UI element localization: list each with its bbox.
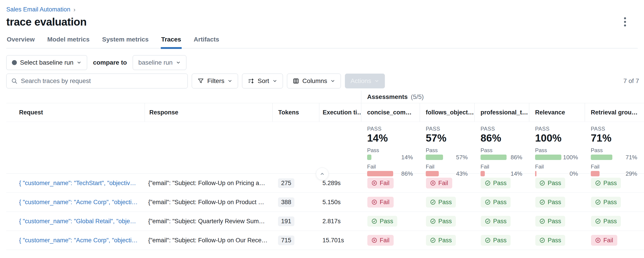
summary-headline-label: PASS <box>591 126 637 132</box>
assessment-badge[interactable]: Pass <box>426 197 456 208</box>
baseline-run-dropdown[interactable]: baseline run <box>133 55 186 70</box>
response-text: {"email": "Subject: Follow-Up on Product… <box>148 199 264 206</box>
traces-table: Assessments (5/5) Request Response Token… <box>6 91 644 250</box>
column-header-professional: professional_t… <box>474 103 529 122</box>
request-link[interactable]: { "customer_name": "Global Retail", "obj… <box>19 218 136 225</box>
search-input[interactable] <box>21 77 183 85</box>
sort-button[interactable]: Sort <box>242 74 283 88</box>
summary-pass-label: Pass <box>591 147 637 153</box>
assessments-group-count: (5/5) <box>411 93 424 100</box>
columns-label: Columns <box>302 77 327 85</box>
sort-icon <box>248 78 254 84</box>
tokens-chip: 715 <box>278 236 294 245</box>
summary-headline-label: PASS <box>367 126 413 132</box>
assessment-badge[interactable]: Fail <box>367 178 394 189</box>
tokens-chip: 191 <box>278 217 294 226</box>
summary-fail-label: Fail <box>535 164 578 170</box>
assessment-badge[interactable]: Pass <box>426 216 456 227</box>
column-header-execution-time: Execution ti… <box>319 103 361 122</box>
tab-traces[interactable]: Traces <box>161 34 182 48</box>
assessment-summary-retrieval: PASS 71% Pass 71% Fail 29% <box>585 122 644 176</box>
assessment-badge[interactable]: Pass <box>591 178 621 189</box>
summary-headline-label: PASS <box>480 126 522 132</box>
assessments-group-label: Assessments <box>367 93 408 100</box>
assessment-badge[interactable]: Pass <box>481 178 510 189</box>
request-link[interactable]: { "customer_name": "Acme Corp", "objecti… <box>19 237 138 244</box>
table-row: { "customer_name": "Acme Corp", "objecti… <box>6 193 644 212</box>
trace-evaluation-page: Sales Email Automation › trace evaluatio… <box>0 0 644 258</box>
execution-time: 5.289s <box>322 180 341 187</box>
summary-pass-label: Pass <box>480 147 522 153</box>
column-header-follows: follows_object… <box>420 103 474 122</box>
columns-button[interactable]: Columns <box>287 74 341 88</box>
actions-label: Actions <box>350 77 371 85</box>
filters-button[interactable]: Filters <box>192 74 238 88</box>
columns-icon <box>292 78 299 84</box>
chevron-right-icon: › <box>74 6 76 13</box>
search-box <box>6 74 188 88</box>
pass-pct: 57% <box>456 154 468 161</box>
summary-headline-label: PASS <box>426 126 468 132</box>
summary-pass-rate: 71% <box>591 132 637 144</box>
tab-system-metrics[interactable]: System metrics <box>102 34 149 48</box>
assessment-badge[interactable]: Pass <box>591 216 621 227</box>
assessment-badge[interactable]: Pass <box>481 235 510 246</box>
assessment-badge[interactable]: Pass <box>481 216 510 227</box>
pass-pct: 86% <box>510 154 522 161</box>
baseline-select-button[interactable]: Select baseline run <box>6 55 87 70</box>
request-link[interactable]: { "customer_name": "Acme Corp", "objecti… <box>19 199 138 206</box>
page-header: Sales Email Automation › trace evaluatio… <box>0 0 644 48</box>
tab-overview[interactable]: Overview <box>6 34 35 48</box>
breadcrumb-link[interactable]: Sales Email Automation <box>6 6 70 13</box>
trace-count: 7 of 7 <box>623 77 639 85</box>
execution-time: 5.150s <box>322 199 341 206</box>
tab-model-metrics[interactable]: Model metrics <box>47 34 90 48</box>
assessment-badge[interactable]: Pass <box>426 235 456 246</box>
assessment-badge[interactable]: Fail <box>367 235 394 246</box>
pass-bar <box>426 155 443 160</box>
assessment-badge[interactable]: Pass <box>481 197 510 208</box>
title-row: trace evaluation <box>6 15 638 28</box>
column-header-concise: concise_com… <box>361 103 420 122</box>
assessments-group-header: Assessments (5/5) <box>361 91 644 103</box>
assessment-badge[interactable]: Pass <box>535 197 565 208</box>
baseline-run-label: baseline run <box>138 59 173 66</box>
column-header-retrieval: Retrieval grou… <box>585 103 644 122</box>
summary-pass-rate: 100% <box>535 132 578 144</box>
assessment-badge[interactable]: Fail <box>591 235 617 246</box>
baseline-dot-icon <box>12 60 17 65</box>
filters-label: Filters <box>207 77 224 85</box>
baseline-select-label: Select baseline run <box>20 59 74 66</box>
baseline-controls: Select baseline run compare to baseline … <box>6 55 638 70</box>
collapse-summary-button[interactable] <box>316 168 328 180</box>
table-row: { "customer_name": "Acme Corp", "objecti… <box>6 231 644 250</box>
filter-toolbar: Filters Sort Columns Actions <box>6 74 638 88</box>
summary-pass-label: Pass <box>535 147 578 153</box>
actions-button[interactable]: Actions <box>345 74 385 88</box>
assessment-badge[interactable]: Pass <box>535 235 565 246</box>
assessment-summary-relevance: PASS 100% Pass 100% Fail 0% <box>529 122 585 176</box>
kebab-menu-button[interactable] <box>619 16 631 28</box>
summary-fail-label: Fail <box>426 164 468 170</box>
summary-pass-rate: 14% <box>367 132 413 144</box>
request-link[interactable]: { "customer_name": "TechStart", "objecti… <box>19 180 136 187</box>
pass-pct: 14% <box>401 154 413 161</box>
assessment-badge[interactable]: Pass <box>367 216 397 227</box>
pass-pct: 100% <box>563 154 578 161</box>
chevron-down-icon <box>176 60 181 65</box>
assessment-badge[interactable]: Fail <box>426 178 452 189</box>
assessments-summary-row: PASS 14% Pass 14% Fail 86% PASS 57% Pass… <box>6 122 644 174</box>
assessment-badge[interactable]: Fail <box>367 197 394 208</box>
assessments-group-row: Assessments (5/5) <box>6 91 644 103</box>
assessment-badge[interactable]: Pass <box>591 197 621 208</box>
chevron-up-icon <box>319 171 325 177</box>
column-header-response: Response <box>144 103 272 122</box>
tab-bar: Overview Model metrics System metrics Tr… <box>6 34 638 48</box>
assessment-badge[interactable]: Pass <box>535 178 565 189</box>
chevron-down-icon <box>374 78 379 83</box>
pass-bar <box>367 155 372 160</box>
table-header-row: Request Response Tokens Execution ti… co… <box>6 103 644 122</box>
assessment-badge[interactable]: Pass <box>535 216 565 227</box>
tab-artifacts[interactable]: Artifacts <box>193 34 220 48</box>
chevron-down-icon <box>272 78 277 83</box>
